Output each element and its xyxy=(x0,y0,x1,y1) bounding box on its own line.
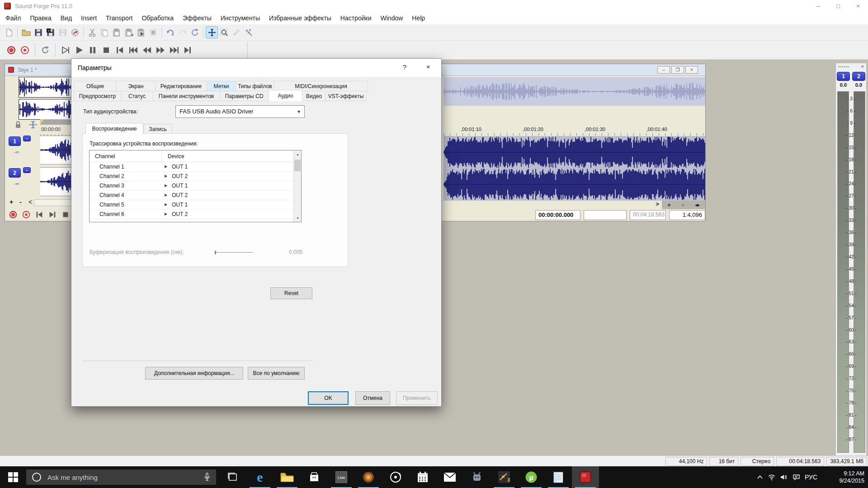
save-all-icon[interactable] xyxy=(57,26,69,38)
volume-icon[interactable] xyxy=(780,474,788,480)
new-file-icon[interactable] xyxy=(3,26,15,38)
taskbar-app-explorer[interactable] xyxy=(274,466,301,488)
menu-избранныеэффекты[interactable]: Избранные эффекты xyxy=(264,12,336,24)
loop-playback-button[interactable] xyxy=(38,44,52,56)
close-button[interactable]: × xyxy=(848,0,868,12)
playbar-record-button[interactable] xyxy=(9,210,18,220)
scroll-left-button[interactable]: < xyxy=(28,198,32,206)
next-button[interactable] xyxy=(167,44,181,56)
ok-button[interactable]: OK xyxy=(308,391,349,405)
tab-видео[interactable]: Видео xyxy=(302,91,326,101)
zoom-out-button[interactable]: - xyxy=(19,198,22,206)
time-ruler[interactable]: ,00:01:10,00:01:20,00:01:30,00:01:40 xyxy=(443,126,705,136)
cell-device[interactable]: OUT 2 xyxy=(170,210,188,219)
search-input[interactable]: Ask me anything xyxy=(26,469,216,485)
menu-эффекты[interactable]: Эффекты xyxy=(178,12,216,24)
doc-restore-button[interactable]: ❐ xyxy=(671,66,684,74)
meter-channel-1-button[interactable]: 1 xyxy=(837,72,850,81)
taskbar-app-utorrent[interactable]: µ xyxy=(518,466,545,488)
magic-tool-icon[interactable] xyxy=(242,26,255,38)
panel-drag-handle[interactable]: •••••• xyxy=(838,65,849,69)
export-icon[interactable] xyxy=(69,26,81,38)
cell-device[interactable]: OUT 2 xyxy=(170,172,188,181)
taskbar-app-mail[interactable] xyxy=(436,466,463,488)
overview-band[interactable] xyxy=(443,77,705,106)
playbar-go-to-start-button[interactable] xyxy=(35,210,44,220)
cell-device[interactable]: OUT 1 xyxy=(170,200,188,209)
audio-device-select[interactable]: FAS USB Audio ASIO Driver ▾ xyxy=(175,105,305,118)
slider-thumb[interactable] xyxy=(215,251,216,254)
save-as-icon[interactable]: ? xyxy=(44,26,57,38)
zoom-ratio[interactable]: 1:4,096 xyxy=(669,210,705,220)
buffer-slider[interactable] xyxy=(215,252,253,253)
record-button[interactable] xyxy=(5,44,18,56)
menu-настройки[interactable]: Настройки xyxy=(336,12,376,24)
copy-icon[interactable] xyxy=(98,26,110,38)
cell-device[interactable]: OUT 2 xyxy=(170,191,188,200)
subtab-playback[interactable]: Воспроизведение xyxy=(85,123,143,134)
menu-transport[interactable]: Transport xyxy=(101,12,137,24)
action-center-icon[interactable] xyxy=(793,474,800,480)
cell-device[interactable]: OUT 1 xyxy=(170,181,188,190)
playhead-marker[interactable] xyxy=(40,119,44,124)
taskbar-app-recorder3[interactable]: 3 xyxy=(491,466,518,488)
wave-zoom-out-button[interactable]: - xyxy=(682,202,684,208)
cursor-position[interactable]: 00:00:00.000 xyxy=(535,210,580,220)
wave-zoom-in-button[interactable]: + xyxy=(667,202,671,208)
scroll-down-icon[interactable]: ▼ xyxy=(294,214,302,222)
dialog-titlebar[interactable]: Параметры ? × xyxy=(71,59,441,77)
menu-insert[interactable]: Insert xyxy=(76,12,101,24)
taskbar-app-edge[interactable]: e xyxy=(246,466,274,488)
more-info-button[interactable]: Дополнительная информация... xyxy=(145,367,243,380)
doc-minimize-button[interactable]: – xyxy=(657,66,670,74)
pencil-tool-icon[interactable] xyxy=(230,26,242,38)
menu-обработка[interactable]: Обработка xyxy=(137,12,178,24)
playbar-stop-button[interactable] xyxy=(61,210,70,220)
chevron-up-icon[interactable] xyxy=(757,475,763,479)
menu-правка[interactable]: Правка xyxy=(25,12,56,24)
microphone-icon[interactable] xyxy=(204,473,210,482)
selection-length[interactable]: 00:04:18.563 xyxy=(630,210,666,220)
table-scrollbar[interactable]: ▲ ▼ xyxy=(293,150,301,222)
scroll-up-icon[interactable]: ▲ xyxy=(294,150,302,158)
tab-редактирование[interactable]: Редактирование xyxy=(155,81,207,91)
reset-button[interactable]: Reset xyxy=(270,287,312,299)
mix-paste-icon[interactable] xyxy=(135,26,147,38)
doc-close-button[interactable]: × xyxy=(685,66,698,74)
paste-icon[interactable] xyxy=(110,26,123,38)
pause-button[interactable] xyxy=(86,44,99,56)
stop-button[interactable] xyxy=(99,44,113,56)
menu-help[interactable]: Help xyxy=(407,12,429,24)
paste-special-icon[interactable]: + xyxy=(123,26,135,38)
taskbar-clock[interactable]: 9:12 AM 9/24/2015 xyxy=(821,466,864,488)
channel-2-minimize[interactable]: – xyxy=(23,167,31,173)
wifi-icon[interactable] xyxy=(768,474,776,480)
apply-button[interactable]: Применить xyxy=(396,391,438,405)
rewind-button[interactable] xyxy=(140,44,154,56)
forward-button[interactable] xyxy=(154,44,167,56)
maximize-button[interactable]: □ xyxy=(828,0,848,12)
taskbar-app-browser-round[interactable] xyxy=(355,466,382,488)
scroll-right-button[interactable]: > xyxy=(656,201,659,207)
channel-2-button[interactable]: 2 xyxy=(9,168,21,178)
play-all-button[interactable] xyxy=(59,44,72,56)
undo-icon[interactable] xyxy=(164,26,176,38)
go-to-end-button[interactable] xyxy=(181,44,194,56)
zoom-in-button[interactable]: + xyxy=(9,198,13,206)
start-button[interactable] xyxy=(0,466,26,488)
menu-window[interactable]: Window xyxy=(376,12,408,24)
tab-аудио[interactable]: Аудио xyxy=(269,90,302,101)
overview-lane-2[interactable] xyxy=(19,99,78,120)
task-view-button[interactable] xyxy=(222,466,243,488)
meter-close-icon[interactable]: × xyxy=(861,64,864,69)
tab-панели инструментов[interactable]: Панели инструментов xyxy=(153,91,220,101)
tab-параметры cd[interactable]: Параметры CD xyxy=(219,91,269,101)
table-row[interactable]: Channel 1▶OUT 1 xyxy=(90,162,293,172)
go-to-start-button[interactable] xyxy=(113,44,127,56)
tab-предпросмотр[interactable]: Предпросмотр xyxy=(74,91,121,101)
edit-tool-icon[interactable] xyxy=(206,26,218,38)
cut-icon[interactable] xyxy=(86,26,98,38)
menu-инструменты[interactable]: Инструменты xyxy=(216,12,264,24)
tab-vst-эффекты[interactable]: VST-эффекты xyxy=(326,91,366,101)
defaults-button[interactable]: Все по умолчанию xyxy=(248,367,305,380)
